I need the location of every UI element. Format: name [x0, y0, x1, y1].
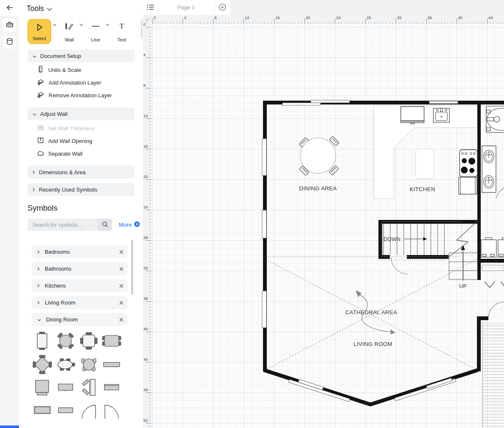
stairs-up[interactable]: UP — [449, 245, 477, 289]
more-symbols-link[interactable]: More — [116, 221, 142, 229]
stove[interactable] — [460, 150, 477, 177]
page-tabbar: Page 1 — [143, 0, 504, 15]
back-button[interactable] — [0, 0, 19, 16]
shapes-rail-button[interactable] — [3, 36, 16, 49]
symbols-scrollbar[interactable] — [131, 240, 133, 295]
line-dropdown-chevron[interactable] — [104, 22, 110, 28]
rail-accent-bar — [0, 425, 19, 428]
category-kitchens[interactable]: Kitchens — [32, 279, 128, 292]
page-list-icon — [147, 4, 154, 12]
page-list-button[interactable] — [145, 3, 156, 13]
symbol-search-input[interactable] — [27, 219, 98, 231]
chevron-right-icon — [33, 169, 35, 176]
symbol-round-table-2-chairs[interactable] — [79, 354, 99, 375]
up-label: UP — [459, 283, 467, 289]
refrigerator[interactable] — [401, 107, 424, 124]
dining-table[interactable] — [299, 136, 339, 176]
line-tool-label: Line — [91, 37, 100, 42]
text-tool-label: Text — [117, 37, 126, 42]
tools-dropdown[interactable]: Tools — [27, 4, 52, 13]
kitchen-sink[interactable] — [433, 108, 449, 122]
symbol-credenza[interactable] — [32, 400, 52, 420]
tools-rail-button[interactable] — [3, 19, 16, 32]
bathroom-door-arc[interactable] — [496, 188, 504, 199]
units-scale-item[interactable]: Units & Scale — [27, 63, 135, 76]
symbol-door-swing-right[interactable] — [101, 400, 122, 420]
category-dining-room[interactable]: Dining Room — [32, 313, 128, 326]
chevron-down-icon — [37, 316, 41, 323]
symbol-door-swing-left[interactable] — [79, 400, 99, 420]
wall-tool-button[interactable]: Wall — [60, 20, 79, 43]
hall-door-arc[interactable] — [488, 302, 504, 318]
line-tool-button[interactable]: Line — [86, 20, 105, 43]
sidebar-scrollbar[interactable] — [141, 19, 142, 39]
kitchen-island[interactable] — [416, 149, 434, 178]
tools-sidebar: Tools Select Wall — [19, 0, 143, 428]
dishwasher[interactable] — [459, 177, 477, 194]
bathtub[interactable] — [486, 106, 504, 132]
symbol-buffet-cabinet[interactable] — [55, 377, 76, 398]
wall-dropdown-chevron[interactable] — [78, 22, 84, 28]
thickness-icon — [37, 124, 44, 132]
double-vanity[interactable] — [482, 146, 496, 192]
kitchen-label[interactable]: KITCHEN — [410, 186, 436, 192]
separate-wall-icon — [37, 150, 44, 158]
add-page-button[interactable] — [218, 3, 227, 12]
closet-shelf[interactable] — [482, 265, 504, 271]
panel-dimensions-area[interactable]: Dimensions & Area — [27, 166, 135, 178]
panel-adjust-wall[interactable]: Adjust Wall — [27, 107, 135, 120]
chevron-right-icon — [37, 266, 40, 272]
plus-circle-icon — [134, 221, 140, 228]
left-rail — [0, 0, 19, 428]
tools-label: Tools — [27, 4, 44, 13]
bay-walls[interactable] — [264, 370, 478, 405]
symbol-low-cabinet[interactable] — [55, 400, 76, 420]
symbol-square-table-large[interactable] — [32, 377, 52, 398]
symbol-round-table-4-chairs[interactable] — [55, 331, 76, 351]
add-wall-opening-item[interactable]: Add Wall Opening — [27, 134, 135, 147]
symbols-heading: Symbols — [27, 203, 58, 213]
symbol-corner-cabinet[interactable] — [79, 377, 99, 398]
add-annotation-layer-item[interactable]: Add Annotation Layer — [27, 76, 135, 89]
cathedral-area-label[interactable]: CATHEDRAL AREA — [345, 309, 397, 316]
dining-area-label[interactable]: DINING AREA — [299, 185, 337, 192]
back-arrow-icon — [5, 3, 14, 13]
vertical-ruler: 0481216202428323640444852 — [143, 24, 152, 428]
close-icon[interactable] — [119, 284, 123, 288]
symbol-square-table-4-chairs[interactable] — [79, 331, 99, 351]
living-room-label[interactable]: LIVING ROOM — [353, 341, 392, 347]
tab-page-1[interactable]: Page 1 — [157, 0, 215, 15]
category-living-room[interactable]: Living Room — [32, 296, 128, 309]
washer-dryer[interactable] — [481, 238, 504, 257]
drawing-canvas[interactable]: DOWN UP — [151, 24, 504, 428]
symbol-rect-table-2-chairs[interactable] — [32, 331, 52, 351]
category-bathrooms[interactable]: Bathrooms — [32, 262, 128, 275]
symbol-search-button[interactable] — [98, 219, 112, 231]
symbol-sideboard[interactable] — [101, 377, 122, 398]
stair-door-arc[interactable] — [391, 257, 408, 274]
floor-plan-app: Tools Select Wall — [0, 0, 504, 428]
text-tool-button[interactable]: T Text — [112, 20, 131, 43]
search-icon — [102, 221, 108, 229]
close-icon[interactable] — [119, 250, 123, 254]
ruler-icon — [37, 66, 44, 74]
symbol-diamond-table-4-chairs[interactable] — [32, 354, 52, 375]
select-dropdown-chevron[interactable] — [52, 22, 58, 28]
deck-steps[interactable] — [482, 323, 504, 428]
close-icon[interactable] — [119, 267, 123, 271]
close-icon[interactable] — [119, 301, 123, 305]
floor-plan-drawing[interactable]: DOWN UP — [151, 24, 504, 428]
windows[interactable] — [262, 100, 458, 402]
symbol-rect-table-4-chairs[interactable] — [101, 331, 122, 351]
symbol-serving-shelf[interactable] — [101, 354, 122, 375]
symbol-oval-table-6-chairs[interactable] — [55, 354, 76, 375]
select-tool-button[interactable]: Select — [27, 19, 51, 44]
remove-annotation-layer-item[interactable]: Remove Annotation Layer — [27, 89, 135, 102]
category-bedrooms[interactable]: Bedrooms — [32, 245, 128, 258]
close-icon[interactable] — [119, 318, 123, 322]
separate-wall-item[interactable]: Separate Wall — [27, 147, 135, 160]
chevron-down-icon — [33, 53, 36, 59]
panel-recently-used-symbols[interactable]: Recently Used Symbols — [27, 183, 135, 196]
add-layer-icon — [37, 78, 44, 87]
panel-document-setup[interactable]: Document Setup — [27, 49, 135, 62]
